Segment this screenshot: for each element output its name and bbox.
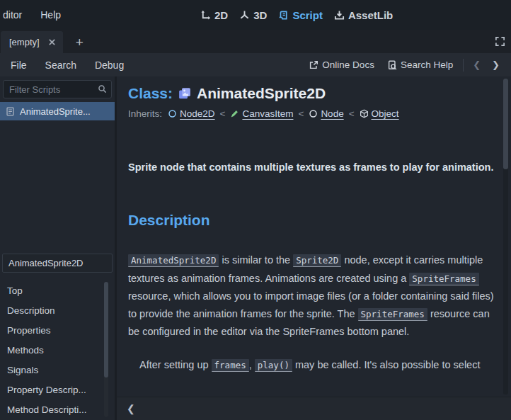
doc-text: may be called. It's also possible to sel… (292, 359, 481, 370)
doc-scrollbar[interactable] (503, 79, 508, 395)
inherits-separator: < (219, 108, 226, 119)
doc-section-description[interactable]: Description (0, 300, 115, 320)
doc-paragraph: AnimatedSprite2D is similar to the Sprit… (128, 251, 498, 341)
inherits-chain: Node2D<CanvasItem<Node<Object (168, 108, 399, 119)
code-link-play[interactable]: play() (255, 359, 292, 372)
search-help-button[interactable]: Search Help (381, 59, 459, 70)
animated-sprite-2d-icon (178, 87, 191, 100)
2d-icon (200, 10, 211, 21)
inherits-item: Node (309, 108, 343, 119)
description-heading: Description (128, 212, 493, 229)
workspace-assetlib-button[interactable]: AssetLib (334, 9, 393, 21)
search-help-icon (387, 60, 397, 70)
doc-scrollbar-thumb[interactable] (503, 79, 508, 169)
workspace-3d-button[interactable]: 3D (239, 9, 267, 21)
new-script-tab-button[interactable]: + (73, 31, 86, 53)
tab-label: [empty] (9, 37, 40, 47)
class-link-object[interactable]: Object (372, 108, 399, 119)
bottom-panel-bar: ❮ (117, 397, 511, 420)
doc-section-properties[interactable]: Properties (0, 320, 115, 340)
menu-debug[interactable]: Debug (86, 59, 133, 71)
script-item-label: AnimatedSprite... (20, 106, 91, 117)
class-link-node[interactable]: Node (321, 108, 343, 119)
inherits-item: CanvasItem (230, 108, 293, 119)
doc-section-top[interactable]: Top (0, 280, 115, 300)
search-icon (98, 84, 107, 93)
class-link-canvasitem[interactable]: CanvasItem (242, 108, 293, 119)
sections-scrollbar[interactable] (104, 282, 108, 417)
canvasitem-icon (230, 109, 239, 118)
topbar-menus: ditorHelp (0, 0, 70, 30)
script-menu-bar: FileSearchDebug Online DocsSearch Help ❮… (0, 53, 511, 76)
code-link-frames[interactable]: frames (212, 359, 249, 372)
editor-top-bar: ditorHelp 2D3DScriptAssetLib (0, 0, 511, 30)
class-link-node2d[interactable]: Node2D (180, 108, 215, 119)
code-link-animatedsprite2d[interactable]: AnimatedSprite2D (128, 254, 219, 267)
code-link-sprite2d[interactable]: Sprite2D (293, 254, 341, 267)
doc-paragraph: After setting up frames, play() may be c… (128, 356, 498, 375)
online-docs-icon (309, 60, 318, 70)
sections-scrollbar-thumb[interactable] (104, 282, 108, 378)
menu-file[interactable]: File (1, 59, 36, 71)
menubar-actions: Online DocsSearch Help (302, 59, 459, 70)
filter-scripts (3, 80, 112, 98)
workspace-label: 3D (253, 9, 267, 21)
menu-help[interactable]: Help (31, 0, 70, 30)
workspace-label: AssetLib (348, 9, 393, 21)
class-name: AnimatedSprite2D (197, 85, 326, 102)
doc-sections-list: TopDescriptionPropertiesMethodsSignalsPr… (0, 280, 115, 419)
code-link-spriteframes[interactable]: SpriteFrames (358, 308, 427, 321)
workspace-label: Script (292, 9, 323, 21)
workspace-script-button[interactable]: Script (278, 9, 323, 21)
doc-section-method-descripti[interactable]: Method Descripti... (0, 399, 115, 419)
brief-description: Sprite node that contains multiple textu… (128, 159, 496, 176)
description-body: AnimatedSprite2D is similar to the Sprit… (128, 251, 493, 374)
assetlib-icon (334, 10, 345, 21)
menu-search[interactable]: Search (36, 59, 86, 71)
3d-icon (239, 10, 250, 21)
workspace-switcher: 2D3DScriptAssetLib (200, 0, 393, 30)
godot-editor-window: ditorHelp 2D3DScriptAssetLib [empty] + F… (0, 0, 511, 420)
doc-text: , (249, 359, 255, 370)
doc-text: is similar to the (219, 254, 293, 266)
script-list-item[interactable]: AnimatedSprite... (0, 102, 115, 120)
script-icon (278, 10, 289, 21)
current-class-label: AnimatedSprite2D (2, 254, 113, 273)
node-icon (309, 109, 318, 118)
distraction-free-icon[interactable] (495, 36, 505, 47)
expand-bottom-panel-button[interactable]: ❮ (121, 402, 141, 416)
scripts-panel: AnimatedSprite... AnimatedSprite2D TopDe… (0, 76, 117, 420)
menu-ditor[interactable]: ditor (0, 0, 31, 30)
inherits-row: Inherits: Node2D<CanvasItem<Node<Object (128, 108, 493, 119)
menubar-menus: FileSearchDebug (1, 59, 133, 71)
inherits-label: Inherits: (128, 108, 162, 119)
action-label: Search Help (401, 59, 453, 70)
online-docs-button[interactable]: Online Docs (302, 59, 381, 70)
history-back-button[interactable]: ❮ (467, 59, 486, 70)
code-link-spriteframes[interactable]: SpriteFrames (409, 273, 478, 285)
scripts-list: AnimatedSprite... (0, 102, 115, 251)
history-forward-button[interactable]: ❯ (486, 59, 505, 70)
close-icon[interactable] (48, 38, 56, 46)
doc-title: Class: AnimatedSprite2D (128, 84, 493, 103)
doc-section-signals[interactable]: Signals (0, 360, 115, 380)
workspace-label: 2D (214, 9, 228, 21)
object-icon (360, 109, 369, 118)
class-doc-viewer: Class: AnimatedSprite2D Inherits: Node2D… (117, 76, 511, 397)
doc-section-methods[interactable]: Methods (0, 340, 115, 360)
script-tabs: [empty] (0, 30, 63, 53)
script-tab-bar: [empty] + (0, 30, 511, 53)
inherits-separator: < (297, 108, 304, 119)
node2d-icon (168, 109, 177, 118)
script-tab-empty[interactable]: [empty] (1, 31, 63, 53)
inherits-item: Node2D (168, 108, 215, 119)
doc-section-property-descrip[interactable]: Property Descrip... (0, 380, 115, 399)
doc-text: After setting up (139, 359, 212, 370)
inherits-separator: < (348, 108, 355, 119)
class-prefix-label: Class: (128, 85, 173, 102)
action-label: Online Docs (322, 59, 374, 70)
workspace-2d-button[interactable]: 2D (200, 9, 228, 21)
filter-scripts-input[interactable] (3, 80, 112, 98)
separator (463, 59, 464, 72)
inherits-item: Object (360, 108, 399, 119)
